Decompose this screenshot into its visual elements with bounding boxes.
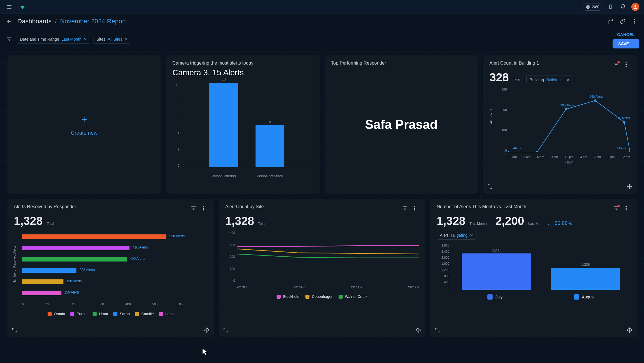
resolved-total: 1,328 [14, 215, 43, 227]
svg-point-22 [203, 210, 204, 210]
svg-text:240 Alerts: 240 Alerts [589, 95, 604, 98]
card-filter-active-icon[interactable] [612, 61, 620, 69]
legend-item[interactable]: Omafa [48, 312, 65, 316]
x-tick: 9 am [551, 155, 558, 159]
y-tick: 1,200 [437, 268, 449, 272]
building-line-chart: Alert count 300 200 100 0 0 Alerts200 Al… [489, 88, 630, 163]
x-tick: 300 [99, 302, 104, 306]
x-tick: Week 3 [351, 285, 362, 289]
bar: 1,328 [551, 268, 620, 290]
breadcrumb-root[interactable]: Dashboards [17, 18, 52, 25]
responder-card-title: Top Performing Responder [331, 61, 472, 66]
x-tick: Week 1 [237, 285, 247, 289]
svg-point-23 [414, 206, 415, 207]
legend-item[interactable]: Stockholm [277, 294, 301, 299]
building-chip[interactable]: Building Building 1 ✕ [526, 76, 573, 84]
svg-point-4 [634, 21, 635, 22]
svg-point-24 [414, 208, 415, 209]
legend-item[interactable]: Purple [70, 312, 88, 316]
back-icon[interactable] [5, 17, 14, 26]
site-card-title: Alert Count by Site [225, 204, 264, 209]
chip-remove-icon[interactable]: ✕ [566, 78, 570, 82]
card-more-icon[interactable] [622, 204, 630, 212]
building-alert-card: Alert Count in Building 1 328 Total Buil… [483, 55, 637, 194]
expand-icon[interactable] [223, 327, 229, 334]
chip-remove-icon[interactable]: ✕ [470, 233, 473, 238]
bar: 10 [209, 83, 238, 167]
expand-icon[interactable] [434, 327, 440, 334]
expand-icon[interactable] [487, 184, 493, 190]
more-icon[interactable] [630, 17, 639, 26]
menu-icon[interactable] [5, 2, 14, 12]
device-icon[interactable] [606, 2, 615, 12]
svg-point-25 [414, 210, 415, 210]
card-more-icon[interactable] [411, 204, 419, 212]
last-month-label: Last Month [528, 222, 545, 226]
move-icon[interactable] [627, 327, 632, 334]
legend-item[interactable]: Walnut Creek [339, 294, 367, 299]
filter-icon[interactable] [5, 35, 14, 44]
move-icon[interactable] [204, 327, 210, 334]
total-label: Total [47, 222, 54, 226]
svg-text:0 Alerts: 0 Alerts [616, 146, 627, 150]
legend-item[interactable]: Sarah [113, 312, 130, 316]
y-axis-label: Alert count [489, 88, 493, 145]
chip-value: Tailgating [450, 233, 467, 238]
card-filter-icon[interactable] [189, 204, 198, 212]
legend-item[interactable]: Camille [135, 312, 154, 316]
create-new-card[interactable]: + Create new [7, 55, 161, 194]
card-filter-active-icon[interactable] [612, 204, 620, 212]
card-more-icon[interactable] [622, 61, 630, 69]
wifi-icon[interactable] [18, 2, 27, 12]
move-icon[interactable] [627, 184, 632, 190]
save-button[interactable]: SAVE [613, 39, 639, 48]
hbar: 158 Alerts [22, 279, 63, 284]
legend-item[interactable]: Copenhagen [305, 294, 333, 299]
building-total-label: Total [513, 78, 520, 82]
filter-site-remove-icon[interactable]: ✕ [125, 37, 128, 42]
card-more-icon[interactable] [199, 204, 207, 212]
compare-chip[interactable]: Alert Tailgating ✕ [437, 231, 476, 240]
building-card-title: Alert Count in Building 1 [489, 61, 539, 66]
legend-item[interactable]: Lana [159, 312, 174, 316]
legend-item[interactable]: July [487, 294, 503, 300]
y-axis-label: Number of Resolved Alerts [13, 231, 16, 298]
x-tick: Person presence [254, 174, 286, 178]
filter-site-value: All Sites [108, 37, 123, 42]
avatar[interactable] [631, 3, 639, 11]
hbar: 550 Alerts [22, 234, 166, 239]
filter-date-remove-icon[interactable]: ✕ [84, 37, 87, 42]
svg-text:140 Alerts: 140 Alerts [616, 116, 630, 120]
hbar: 400 Alerts [22, 257, 127, 262]
cancel-button[interactable]: CANCEL [613, 30, 639, 39]
hbar: 208 Alerts [22, 268, 76, 273]
compare-pct: 65.66% [555, 220, 572, 226]
site-counter-pill[interactable]: 2/80 [583, 3, 602, 11]
y-tick: 300 [495, 88, 507, 91]
card-filter-icon[interactable] [401, 204, 409, 212]
legend-item[interactable]: August [574, 294, 595, 300]
chevron-down-icon: ⌄ [547, 221, 551, 226]
filter-chip-date[interactable]: Date and Time Range Last Month ✕ [17, 35, 90, 44]
camera-card-title: Camera triggering the most alerts today [172, 61, 313, 66]
x-tick: 9 pm [608, 155, 615, 159]
legend-item[interactable]: Umar [93, 312, 108, 316]
bell-icon[interactable] [619, 2, 628, 12]
y-tick: 400 [437, 280, 449, 284]
svg-point-14 [594, 99, 596, 102]
x-tick: 200 [72, 302, 77, 306]
resolved-responder-card: Alerts Resolved by Responder 1,328 Total… [7, 199, 214, 337]
svg-point-7 [626, 64, 627, 65]
expand-icon[interactable] [12, 327, 17, 334]
svg-text:200 Alerts: 200 Alerts [560, 104, 574, 107]
filter-site-key: Sites [96, 37, 105, 42]
refresh-icon[interactable] [606, 17, 615, 26]
svg-point-12 [565, 108, 567, 110]
svg-point-6 [626, 63, 627, 63]
filter-chip-site[interactable]: Sites All Sites ✕ [93, 35, 131, 44]
x-tick: 6 am [537, 155, 544, 159]
resolved-hbar-chart: Number of Resolved Alerts 550 Alerts410 … [14, 231, 207, 306]
move-icon[interactable] [415, 327, 421, 334]
y-tick: 2,000 [437, 256, 449, 259]
link-icon[interactable] [618, 17, 627, 26]
